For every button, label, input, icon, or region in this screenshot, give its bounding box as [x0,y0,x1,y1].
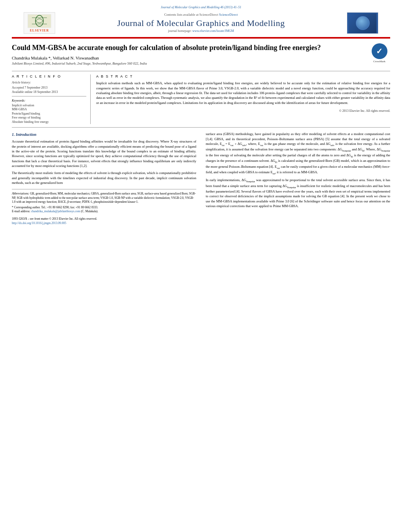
right-para-1: surface area (GBSA) methodology, have ga… [206,132,390,175]
journal-top-bar: Journal of Molecular Graphics and Modell… [24,4,378,10]
corresponding-author-note: * Corresponding author. Tel.: +91 80 666… [12,206,196,210]
intro-para-2: The theoretically most realistic form of… [12,171,196,185]
abbr-label: Abbreviations: [12,192,29,195]
elsevier-text: ELSEVIER [30,29,49,32]
journal-main-header: ELSEVIER Contents lists available at Sci… [24,10,378,35]
right-para-2: In early implementations, ΔGNonpolar was… [206,178,390,208]
introduction-title: 1. Introduction [12,132,196,137]
journal-title: Journal of Molecular Graphics and Modell… [63,18,339,28]
body-content: 1. Introduction Accurate theoretical est… [12,127,390,224]
keywords-section: Keywords: Implicit solvation MM-GBSA Pro… [12,99,86,124]
keyword-5: Absolute binding free energy [12,120,86,124]
doi-line: http://dx.doi.org/10.1016/j.jmgm.2013.09… [12,221,196,225]
keyword-2: MM-GBSA [12,108,86,111]
email-label: E-mail address: [12,209,30,213]
homepage-link[interactable]: www.elsevier.com/locate/JMGM [192,29,234,33]
email-line: E-mail address: chandrika_mulakala@jubil… [12,209,196,214]
abbr-text: GB, generalized-Born; MM, molecular mech… [12,192,196,204]
article-info-heading: A R T I C L E I N F O [12,74,86,78]
abstract-heading: A B S T R A C T [96,74,390,78]
abbreviations: Abbreviations: GB, generalized-Born; MM,… [12,192,196,204]
email-suffix: (C. Mulakala). [81,209,98,213]
history-label: Article history: [12,81,86,84]
journal-volume-info: Journal of Molecular Graphics and Modell… [161,6,241,9]
crossmark-icon: ✓ [372,43,387,59]
abstract-text: Implicit solvation methods such as MM-GB… [96,81,390,105]
body-two-col: 1. Introduction Accurate theoretical est… [12,132,390,224]
right-logo [347,12,378,34]
journal-title-center: Contents lists available at ScienceDirec… [55,13,347,33]
keyword-4: Free energy of binding [12,116,86,119]
available-date: Available online 18 September 2013 [12,90,86,94]
footnotes-section: Abbreviations: GB, generalized-Born; MM,… [12,189,196,225]
journal-header: Journal of Molecular Graphics and Modell… [12,4,390,38]
elsevier-logo-graphic [28,14,51,28]
email-link[interactable]: chandrika_mulakala@jubilantbiosys.com [31,209,80,213]
journal-homepage: journal homepage: www.elsevier.com/locat… [63,28,339,33]
divider [12,96,86,96]
accepted-date: Accepted 7 September 2013 [12,86,86,89]
crossmark-label: CrossMark [373,60,385,63]
doi-link[interactable]: http://dx.doi.org/10.1016/j.jmgm.2013.09… [12,221,66,225]
article-title: Could MM-GBSA be accurate enough for cal… [12,43,365,52]
article-affiliation: Jubilant Biosys Limited, #96, Industrial… [12,61,365,65]
right-logo-circle [356,16,370,30]
keyword-1: Implicit solvation [12,104,86,107]
svg-rect-0 [28,15,51,28]
copyright-line: © 2013 Elsevier Inc. All rights reserved… [96,108,390,113]
crossmark-logo: ✓ CrossMark [368,43,390,63]
intro-para-1: Accurate theoretical estimation of prote… [12,139,196,168]
keywords-label: Keywords: [12,99,86,102]
page: Journal of Molecular Graphics and Modell… [0,0,402,532]
right-logo-inner [349,13,376,33]
issn-line: 1093-3263/$ – see front matter © 2013 El… [12,217,196,221]
contents-available: Contents lists available at ScienceDirec… [63,13,339,17]
article-title-text: Could MM-GBSA be accurate enough for cal… [12,43,368,69]
article-info-abstract-layout: A R T I C L E I N F O Article history: A… [12,71,390,124]
article-info-column: A R T I C L E I N F O Article history: A… [12,74,91,124]
article-title-section: Could MM-GBSA be accurate enough for cal… [12,38,390,69]
article-authors: Chandrika Mulakala *, Vellarkad N. Viswa… [12,56,365,60]
body-right-column: surface area (GBSA) methodology, have ga… [204,132,390,224]
body-left-column: 1. Introduction Accurate theoretical est… [12,132,198,224]
elsevier-logo: ELSEVIER [24,12,55,34]
keyword-3: Protein/ligand binding [12,112,86,115]
abstract-column: A B S T R A C T Implicit solvation metho… [96,74,390,124]
